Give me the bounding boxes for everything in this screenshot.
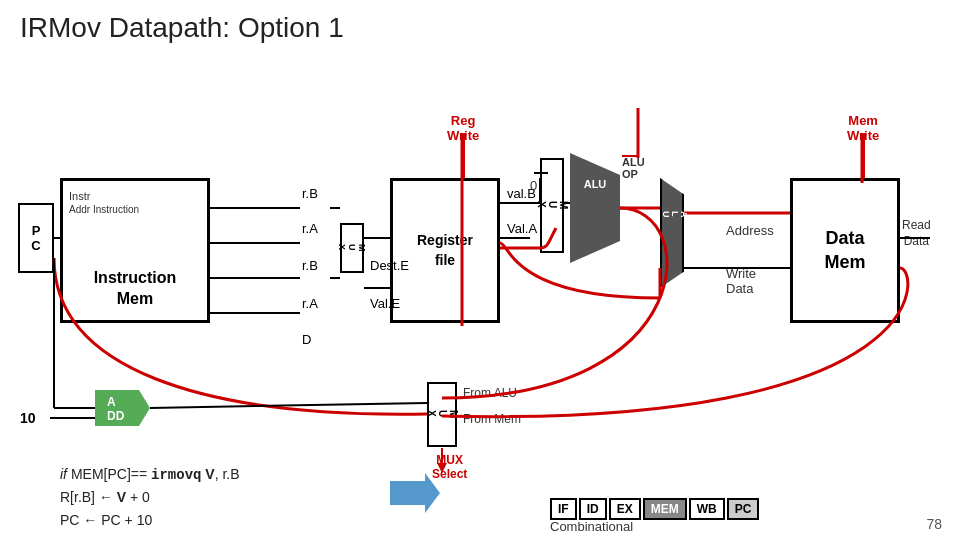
page-number: 78 (926, 516, 942, 532)
stage-ID: ID (579, 498, 607, 520)
reg-write-label: RegWrite (447, 113, 479, 143)
instr-mem-block: Instr Addr Instruction InstructionMem (60, 178, 210, 323)
alu-box (570, 153, 620, 263)
stage-PC: PC (727, 498, 760, 520)
data-mem-block: DataMem (790, 178, 900, 323)
stage-EX: EX (609, 498, 641, 520)
sig-valE: Val.E (370, 296, 400, 311)
instr-mem-top: Instr Addr Instruction (69, 189, 139, 216)
alu-op-label: ALUOP (622, 156, 645, 180)
mux-bottom: MUX (427, 382, 457, 447)
from-mem-label: From Mem (463, 412, 521, 426)
code-block: if MEM[PC]== irmovq V, r.B R[r.B] ← V + … (60, 463, 240, 531)
mem-write-label: MemWrite (847, 113, 879, 143)
address-label: Address (726, 223, 774, 238)
alu-label: ALU (572, 178, 618, 190)
diagram-area: RegWrite MemWrite P C Instr Addr Instruc… (0, 48, 960, 540)
sig-rA: r.A (302, 221, 318, 236)
blue-arrow (390, 473, 440, 513)
stage-MEM: MEM (643, 498, 687, 520)
sig-D: D (302, 332, 311, 347)
instr-label: Instr (69, 189, 139, 203)
pipeline-stages: IF ID EX MEM WB PC (550, 498, 759, 520)
ten-label: 10 (20, 410, 36, 426)
mux-alu: MUX (540, 158, 564, 253)
sig-rBm: r.B (302, 258, 318, 273)
code-line3: PC ← PC + 10 (60, 509, 240, 531)
mux-alu-label: MUX (536, 201, 569, 209)
code-line1: if MEM[PC]== irmovq V, r.B (60, 463, 240, 486)
sig-destE: Dest.E (370, 258, 409, 273)
read-data-label: ReadData (902, 218, 931, 249)
pc-block: P C (18, 203, 54, 273)
code-line2: R[r.B] ← V + 0 (60, 486, 240, 508)
add-text: ADD (107, 395, 124, 423)
from-alu-label: From ALU (463, 386, 517, 400)
write-data-label: WriteData (726, 266, 756, 296)
page-title: IRMov Datapath: Option 1 (0, 0, 960, 44)
reg-file-label: Registerfile (417, 231, 473, 270)
mux-after-alu (660, 178, 684, 288)
mux-rb: MUX (340, 223, 364, 273)
stage-IF: IF (550, 498, 577, 520)
pc-label2: C (31, 238, 40, 253)
instr-addr-label: Addr Instruction (69, 203, 139, 216)
mux-rb-label: MUX (337, 244, 367, 252)
svg-marker-32 (390, 473, 440, 513)
zero-label: 0 (530, 178, 537, 193)
svg-line-29 (150, 403, 427, 408)
mux-bottom-label: MUX (426, 410, 459, 418)
stage-WB: WB (689, 498, 725, 520)
sig-rAm: r.A (302, 296, 318, 311)
mux-after-alu-label: ALU (661, 211, 688, 218)
instr-mem-label: InstructionMem (94, 268, 177, 310)
sig-valA: Val.A (507, 221, 537, 236)
pc-label: P (32, 223, 41, 238)
data-mem-label: DataMem (824, 227, 865, 274)
sig-rB: r.B (302, 186, 318, 201)
comb-logic-label: Combinationalstate update logic (550, 518, 652, 540)
reg-file-block: Registerfile (390, 178, 500, 323)
